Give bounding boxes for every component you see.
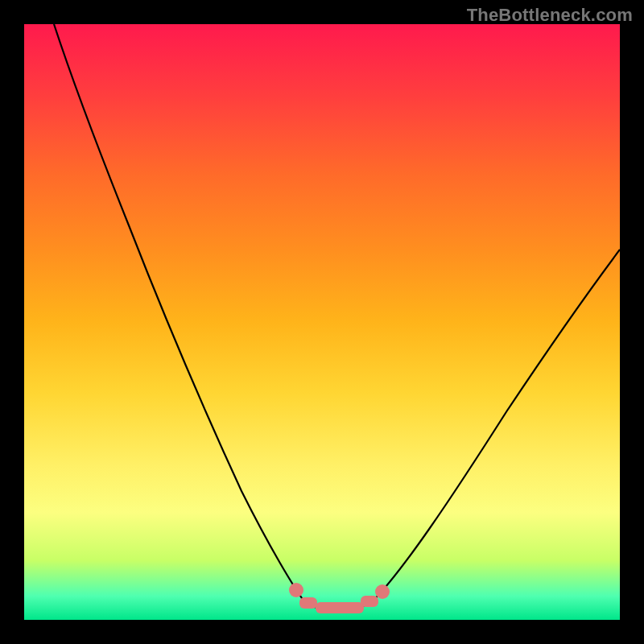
plot-area: [24, 24, 620, 620]
curve-right: [370, 250, 620, 604]
chart-frame: TheBottleneck.com: [0, 0, 644, 644]
bottleneck-curve: [24, 24, 620, 620]
valley-marker: [361, 596, 378, 607]
curve-left: [54, 24, 306, 604]
valley-marker: [289, 583, 303, 597]
watermark-text: TheBottleneck.com: [467, 5, 633, 26]
valley-marker: [299, 597, 317, 609]
valley-marker: [375, 584, 390, 599]
valley-marker: [316, 602, 364, 613]
